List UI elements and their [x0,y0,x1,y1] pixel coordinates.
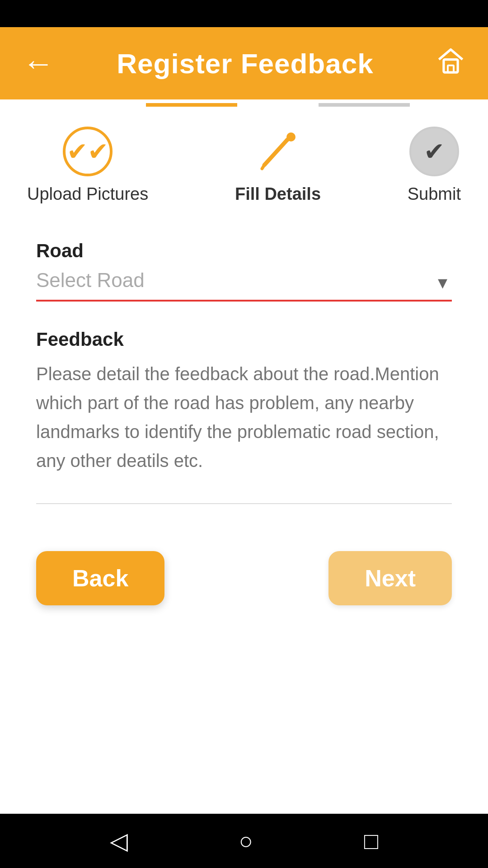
road-label: Road [36,240,452,262]
home-icon[interactable] [436,47,465,80]
step-submit-label: Submit [408,184,461,204]
form-container: Road Select Road ▾ Select Road Road A Ro… [0,217,488,524]
road-field: Road Select Road ▾ Select Road Road A Ro… [36,240,452,329]
step-fill-details: Fill Details [235,127,321,204]
road-select-wrapper[interactable]: Select Road ▾ Select Road Road A Road B … [36,269,452,302]
edit-icon [255,129,300,174]
header: ← Register Feedback [0,27,488,99]
back-arrow-icon[interactable]: ← [23,47,54,79]
status-bar-top [0,0,488,27]
back-button[interactable]: Back [36,551,164,605]
next-button[interactable]: Next [328,551,452,605]
feedback-textarea[interactable] [36,359,452,504]
nav-back-icon[interactable]: ◁ [110,827,128,854]
step-submit: ✔ Submit [408,127,461,204]
svg-line-4 [262,165,264,169]
step-submit-checkmark-icon: ✔ [424,137,445,166]
steps-container: ✔✔ Upload Pictures Fill Details ✔ [0,99,488,217]
svg-line-2 [264,140,287,165]
bottom-nav-bar: ◁ ○ □ [0,814,488,868]
step-upload-checkmark-icon: ✔✔ [67,137,108,166]
step-upload-pictures: ✔✔ Upload Pictures [27,127,148,204]
step-upload-circle: ✔✔ [63,127,113,176]
step-line-1 [146,103,237,107]
nav-home-circle-icon[interactable]: ○ [239,827,253,854]
step-submit-circle: ✔ [409,127,459,176]
page-title: Register Feedback [117,47,373,80]
spacer [0,623,488,814]
step-upload-label: Upload Pictures [27,184,148,204]
feedback-field: Feedback [36,329,452,506]
step-line-2 [319,103,410,107]
main-content: ✔✔ Upload Pictures Fill Details ✔ [0,99,488,814]
svg-point-5 [286,132,296,142]
step-fill-circle [253,127,303,176]
nav-recent-icon[interactable]: □ [364,827,378,854]
feedback-label: Feedback [36,329,452,350]
buttons-row: Back Next [0,524,488,623]
step-fill-label: Fill Details [235,184,321,204]
